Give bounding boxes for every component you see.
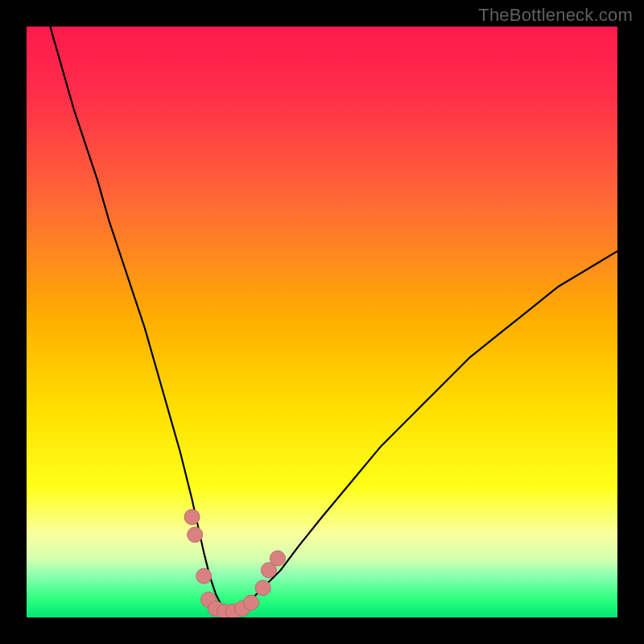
sample-points [27,27,617,617]
marker-dot [188,527,203,543]
plot-area [27,27,617,617]
chart-frame: TheBottleneck.com [0,0,644,644]
marker-dot [196,568,212,584]
marker-dot [255,580,270,596]
marker-dot [243,595,258,610]
marker-dot [184,510,200,525]
watermark-text: TheBottleneck.com [478,5,633,26]
marker-dot [270,551,285,566]
